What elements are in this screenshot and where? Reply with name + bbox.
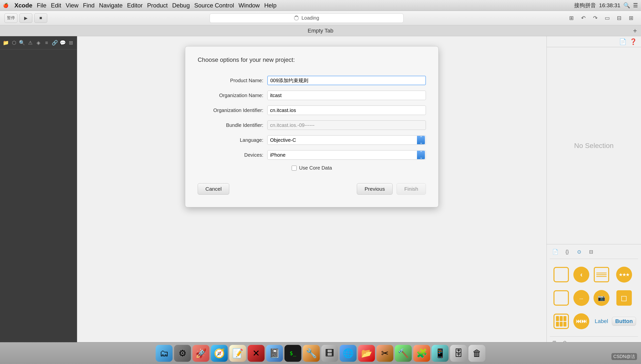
ui-item-tabbar[interactable]: ★★★ (612, 264, 636, 286)
language-select[interactable]: Objective-C Swift (267, 135, 426, 145)
menu-navigate[interactable]: Navigate (99, 2, 123, 9)
dock-trash[interactable]: 🗑 (469, 345, 485, 362)
question-icon[interactable]: ❓ (629, 38, 637, 45)
layout-icon-2[interactable]: ↶ (578, 14, 589, 23)
core-data-label[interactable]: Use Core Data (299, 165, 332, 171)
core-data-row: Use Core Data (198, 165, 426, 171)
stop-icon: ■ (40, 16, 42, 20)
sidebar-icon-chat[interactable]: 💬 (59, 39, 67, 47)
dock-safari[interactable]: 🧭 (211, 345, 228, 362)
play-button[interactable]: ▶ (19, 14, 32, 23)
dock-misc1[interactable]: ✕ (248, 345, 265, 362)
add-tab-button[interactable]: + (633, 27, 637, 35)
menu-window[interactable]: Window (239, 2, 260, 9)
ui-item-slider[interactable]: ⏮⏭ (572, 310, 591, 332)
menu-xcode[interactable]: Xcode (15, 2, 32, 9)
org-id-input[interactable] (267, 106, 426, 115)
dock-launchpad[interactable]: 🚀 (192, 345, 209, 362)
menu-editor[interactable]: Editor (127, 2, 143, 9)
layout-icon-6[interactable]: ⊞ (625, 14, 636, 23)
sidebar-icon-link[interactable]: 🔗 (51, 39, 59, 47)
ui-item-pagecontrol[interactable]: … (572, 287, 591, 309)
menu-icon[interactable]: ☰ (633, 2, 638, 9)
ui-item-3dbox[interactable]: ◻ (612, 287, 636, 309)
icon-tab-square[interactable]: ⊟ (585, 247, 596, 256)
devices-select[interactable]: iPhone iPad Universal (267, 150, 426, 160)
core-data-checkbox[interactable] (292, 166, 297, 170)
menu-find[interactable]: Find (83, 2, 95, 9)
org-id-label: Organization Identifier: (198, 108, 267, 113)
sidebar-icon-search[interactable]: 🔍 (19, 39, 26, 47)
sidebar-icon-list[interactable]: ≡ (43, 39, 51, 47)
layout-icon-5[interactable]: ⊟ (614, 14, 624, 23)
ui-item-view[interactable] (552, 264, 571, 286)
menu-source-control[interactable]: Source Control (194, 2, 234, 9)
finish-button[interactable]: Finish (396, 183, 426, 195)
sidebar-content (0, 50, 77, 349)
search-icon[interactable]: 🔍 (623, 2, 630, 9)
menubar: 🍎 Xcode File Edit View Find Navigate Edi… (0, 0, 641, 11)
previous-button[interactable]: Previous (357, 183, 393, 195)
dock-terminal[interactable]: $_ (284, 345, 301, 362)
ui-item-label[interactable]: Label (592, 310, 611, 332)
org-name-label: Organization Name: (198, 92, 267, 98)
org-name-input[interactable] (267, 91, 426, 100)
ui-item-collectionview[interactable] (552, 310, 571, 332)
icon-tab-file[interactable]: 📄 (550, 247, 561, 256)
spinner-icon (294, 16, 299, 20)
layout-icon-1[interactable]: ⊞ (566, 14, 577, 23)
dock-misc2[interactable]: 📓 (266, 345, 283, 362)
ui-item-button[interactable]: Button (612, 310, 636, 332)
bundle-id-input (267, 120, 426, 130)
ui-item-imageview[interactable]: 📷 (592, 287, 611, 309)
file-icon[interactable]: 📄 (619, 38, 626, 45)
view-icon (553, 267, 569, 282)
sidebar-icon-warning[interactable]: ⚠ (26, 39, 34, 47)
dock-settings[interactable]: ⚙ (174, 345, 191, 362)
dock-misc11[interactable]: 🗄 (450, 345, 467, 362)
menu-help[interactable]: Help (264, 2, 277, 9)
stop-button[interactable]: ■ (34, 14, 47, 23)
dock-misc5[interactable]: 🌐 (340, 345, 357, 362)
ui-item-back[interactable]: ‹ (572, 264, 591, 286)
sidebar-icon-diamond[interactable]: ◈ (35, 39, 42, 47)
dock-finder[interactable]: 🗂 (156, 345, 172, 362)
pause-button[interactable]: 暂停 (5, 14, 18, 23)
loading-bar: Loading (209, 14, 403, 23)
dock-notes[interactable]: 📝 (229, 345, 246, 362)
tabbar: Empty Tab + (0, 25, 641, 36)
cancel-button[interactable]: Cancel (198, 183, 229, 195)
main-area: 📁 ⬡ 🔍 ⚠ ◈ ≡ 🔗 💬 ⊞ Choose options for you… (0, 36, 641, 349)
icon-tabs: 📄 {} ⊙ ⊟ (550, 247, 638, 259)
menu-edit[interactable]: Edit (51, 2, 61, 9)
menu-product[interactable]: Product (147, 2, 168, 9)
sidebar-icon-folder[interactable]: 📁 (2, 39, 10, 47)
product-name-input[interactable] (267, 76, 426, 85)
loading-text: Loading (301, 15, 319, 21)
menu-view[interactable]: View (66, 2, 79, 9)
toolbar: 暂停 ▶ ■ Loading ⊞ ↶ ↷ ▭ ⊟ ⊞ (0, 11, 641, 25)
dock-misc7[interactable]: ✂ (376, 345, 393, 362)
dock-misc3[interactable]: 🔧 (303, 345, 320, 362)
dock-misc8[interactable]: 🔨 (395, 345, 412, 362)
sidebar-icon-grid[interactable]: ⊞ (67, 39, 75, 47)
ui-item-view2[interactable] (552, 287, 571, 309)
icon-tab-braces[interactable]: {} (562, 247, 573, 256)
clock: 16:38:31 (599, 2, 620, 9)
dock-misc9[interactable]: 🧩 (413, 345, 430, 362)
dock-misc10[interactable]: 📱 (432, 345, 449, 362)
dock-misc4[interactable]: 🎞 (321, 345, 338, 362)
menu-file[interactable]: File (37, 2, 47, 9)
ui-item-tableview[interactable] (592, 264, 611, 286)
tab-title[interactable]: Empty Tab (308, 28, 333, 34)
menu-debug[interactable]: Debug (172, 2, 190, 9)
icon-tab-circle[interactable]: ⊙ (574, 247, 584, 256)
product-name-label: Product Name: (198, 78, 267, 84)
sidebar-icon-hierarchy[interactable]: ⬡ (10, 39, 18, 47)
dock-misc6[interactable]: 📂 (358, 345, 375, 362)
button-text: Button (612, 317, 636, 326)
apple-menu[interactable]: 🍎 (3, 3, 9, 8)
tableview-icon (594, 267, 609, 282)
layout-icon-4[interactable]: ▭ (602, 14, 613, 23)
layout-icon-3[interactable]: ↷ (590, 14, 601, 23)
